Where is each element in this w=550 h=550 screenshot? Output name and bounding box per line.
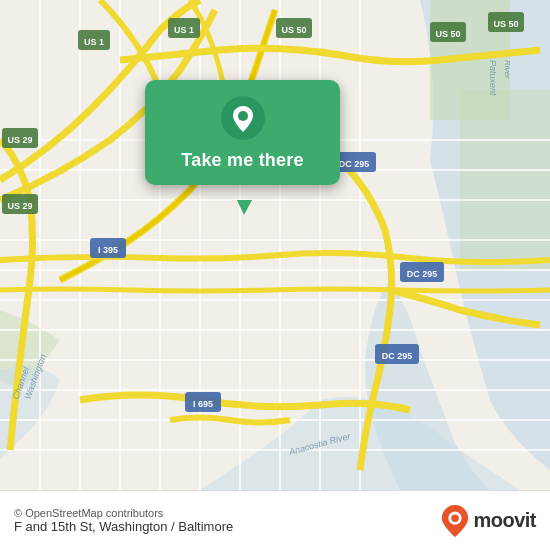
map-svg: US 29 US 29 US 1 US 1 US 50 US 50 US 50 …	[0, 0, 550, 490]
take-me-there-button[interactable]: Take me there	[181, 150, 303, 171]
svg-text:US 50: US 50	[281, 25, 306, 35]
location-label: F and 15th St, Washington / Baltimore	[14, 519, 233, 534]
moovit-logo: moovit	[441, 505, 536, 537]
svg-text:US 1: US 1	[84, 37, 104, 47]
svg-text:Patuxent: Patuxent	[488, 60, 498, 96]
popup-card: Take me there	[145, 80, 340, 185]
svg-text:I 695: I 695	[193, 399, 213, 409]
svg-text:US 29: US 29	[7, 135, 32, 145]
svg-point-53	[238, 111, 248, 121]
svg-text:DC 295: DC 295	[382, 351, 413, 361]
svg-text:US 50: US 50	[493, 19, 518, 29]
map-container: US 29 US 29 US 1 US 1 US 50 US 50 US 50 …	[0, 0, 550, 490]
svg-point-55	[452, 514, 460, 522]
svg-text:DC 295: DC 295	[339, 159, 370, 169]
svg-rect-1	[460, 90, 550, 270]
bottom-bar: © OpenStreetMap contributors F and 15th …	[0, 490, 550, 550]
svg-text:River: River	[503, 60, 512, 79]
svg-text:US 50: US 50	[435, 29, 460, 39]
attribution-text: © OpenStreetMap contributors	[14, 507, 233, 519]
svg-text:DC 295: DC 295	[407, 269, 438, 279]
svg-text:US 1: US 1	[174, 25, 194, 35]
location-pin-icon	[221, 96, 265, 140]
moovit-brand-text: moovit	[473, 509, 536, 532]
moovit-pin-icon	[441, 505, 469, 537]
bottom-bar-left: © OpenStreetMap contributors F and 15th …	[14, 507, 233, 534]
svg-text:US 29: US 29	[7, 201, 32, 211]
svg-text:I 395: I 395	[98, 245, 118, 255]
